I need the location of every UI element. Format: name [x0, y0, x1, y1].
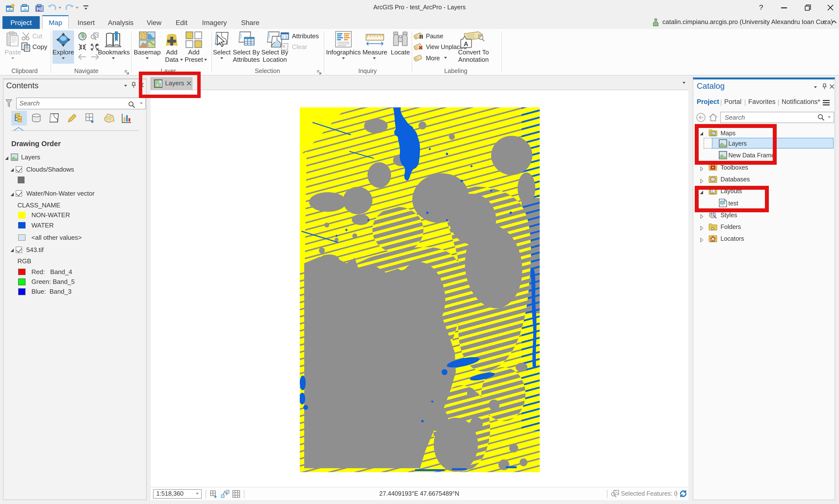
svg-text:A: A — [464, 40, 468, 48]
